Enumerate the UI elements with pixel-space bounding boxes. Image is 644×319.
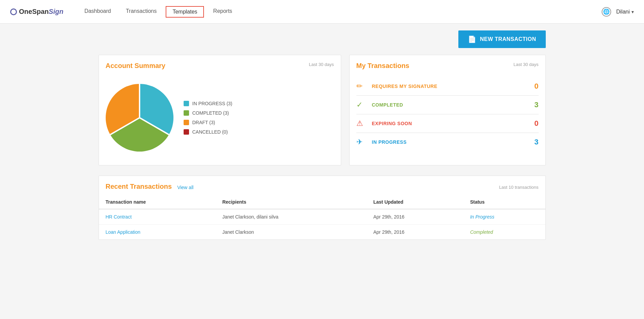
account-summary-title: Account Summary: [106, 62, 166, 70]
recent-transactions-panel: Recent Transactions View all Last 10 tra…: [99, 176, 546, 240]
col-recipients: Recipients: [215, 195, 367, 209]
legend-color-cancelled: [184, 129, 189, 135]
pie-chart: [106, 84, 173, 152]
user-name-label: Dilani: [616, 9, 630, 15]
col-status: Status: [463, 195, 545, 209]
new-transaction-row: 📄 NEW TRANSACTION: [99, 30, 546, 48]
status-badge-hr-contract: In Progress: [470, 214, 495, 220]
tx-item-completed[interactable]: ✓ COMPLETED 3: [356, 96, 539, 114]
transactions-table: Transaction name Recipients Last Updated…: [99, 195, 545, 240]
new-transaction-icon: 📄: [468, 35, 477, 43]
row-date-hr-contract: Apr 29th, 2016: [367, 209, 463, 225]
new-transaction-label: NEW TRANSACTION: [480, 36, 536, 42]
row-name-loan-application: Loan Application: [99, 225, 216, 240]
expiring-soon-count: 0: [528, 119, 539, 128]
logo-icon: [10, 8, 17, 15]
recent-title-row: Recent Transactions View all: [106, 183, 194, 192]
row-recipients-hr-contract: Janet Clarkson, dilani silva: [215, 209, 367, 225]
legend-color-in-progress: [184, 101, 189, 106]
logo[interactable]: OneSpanSign: [10, 8, 63, 16]
account-summary-header: Account Summary Last 30 days: [106, 62, 334, 72]
new-transaction-button[interactable]: 📄 NEW TRANSACTION: [458, 30, 545, 48]
account-summary-subtitle: Last 30 days: [309, 62, 334, 67]
legend-cancelled: CANCELLED (0): [184, 129, 232, 135]
completed-label: COMPLETED: [372, 102, 528, 108]
table-row: Loan Application Janet Clarkson Apr 29th…: [99, 225, 545, 240]
nav-transactions[interactable]: Transactions: [118, 0, 164, 23]
loan-application-link[interactable]: Loan Application: [106, 229, 141, 235]
my-transactions-header: My Transactions Last 30 days: [356, 62, 539, 72]
my-transactions-subtitle: Last 30 days: [514, 62, 539, 67]
completed-icon: ✓: [356, 100, 367, 109]
logo-onespan: OneSpan: [19, 8, 49, 15]
expiring-soon-icon: ⚠: [356, 119, 367, 128]
row-name-hr-contract: HR Contract: [99, 209, 216, 225]
hr-contract-link[interactable]: HR Contract: [106, 214, 132, 220]
nav-reports[interactable]: Reports: [206, 0, 240, 23]
legend-label-in-progress: IN PROGRESS (3): [192, 101, 232, 106]
nav-templates[interactable]: Templates: [166, 6, 204, 18]
requires-signature-label: REQUIRES MY SIGNATURE: [372, 84, 528, 89]
col-name: Transaction name: [99, 195, 216, 209]
dashboard-row: Account Summary Last 30 days: [99, 55, 546, 165]
col-last-updated: Last Updated: [367, 195, 463, 209]
requires-signature-count: 0: [528, 82, 539, 91]
table-body: HR Contract Janet Clarkson, dilani silva…: [99, 209, 545, 240]
chart-area: IN PROGRESS (3) COMPLETED (3) DRAFT (3) …: [106, 77, 334, 158]
header: OneSpanSign Dashboard Transactions Templ…: [0, 0, 644, 24]
expiring-soon-label: EXPIRING SOON: [372, 121, 528, 126]
status-badge-loan-application: Completed: [470, 229, 493, 235]
user-menu[interactable]: Dilani: [616, 9, 634, 15]
view-all-link[interactable]: View all: [177, 185, 193, 190]
tx-item-in-progress[interactable]: ✈ IN PROGRESS 3: [356, 133, 539, 151]
header-right: 🌐 Dilani: [602, 7, 634, 17]
logo-sign: Sign: [49, 8, 63, 15]
logo-text: OneSpanSign: [19, 8, 63, 16]
in-progress-label: IN PROGRESS: [372, 139, 528, 145]
nav-dashboard[interactable]: Dashboard: [77, 0, 118, 23]
table-row: HR Contract Janet Clarkson, dilani silva…: [99, 209, 545, 225]
requires-signature-icon: ✏: [356, 82, 367, 91]
legend-color-draft: [184, 120, 189, 125]
row-status-hr-contract: In Progress: [463, 209, 545, 225]
main-content: 📄 NEW TRANSACTION Account Summary Last 3…: [85, 24, 559, 253]
main-nav: Dashboard Transactions Templates Reports: [77, 0, 602, 23]
legend-draft: DRAFT (3): [184, 120, 232, 125]
recent-transactions-title: Recent Transactions: [106, 183, 172, 190]
tx-item-requires-signature[interactable]: ✏ REQUIRES MY SIGNATURE 0: [356, 77, 539, 96]
legend-color-completed: [184, 110, 189, 116]
row-date-loan-application: Apr 29th, 2016: [367, 225, 463, 240]
my-transactions-title: My Transactions: [356, 62, 410, 70]
account-summary-panel: Account Summary Last 30 days: [99, 55, 341, 165]
globe-icon[interactable]: 🌐: [602, 7, 611, 17]
row-status-loan-application: Completed: [463, 225, 545, 240]
legend-label-completed: COMPLETED (3): [192, 110, 229, 116]
chart-legend: IN PROGRESS (3) COMPLETED (3) DRAFT (3) …: [184, 101, 232, 135]
row-recipients-loan-application: Janet Clarkson: [215, 225, 367, 240]
legend-label-draft: DRAFT (3): [192, 120, 215, 125]
in-progress-icon: ✈: [356, 138, 367, 146]
legend-completed: COMPLETED (3): [184, 110, 232, 116]
in-progress-count: 3: [528, 138, 539, 146]
tx-item-expiring-soon[interactable]: ⚠ EXPIRING SOON 0: [356, 114, 539, 133]
legend-label-cancelled: CANCELLED (0): [192, 129, 228, 135]
table-header: Transaction name Recipients Last Updated…: [99, 195, 545, 209]
last-transactions-label: Last 10 transactions: [499, 185, 538, 190]
chevron-down-icon: [631, 9, 634, 15]
completed-count: 3: [528, 100, 539, 109]
legend-in-progress: IN PROGRESS (3): [184, 101, 232, 106]
recent-transactions-header: Recent Transactions View all Last 10 tra…: [99, 176, 545, 195]
my-transactions-panel: My Transactions Last 30 days ✏ REQUIRES …: [349, 55, 546, 165]
